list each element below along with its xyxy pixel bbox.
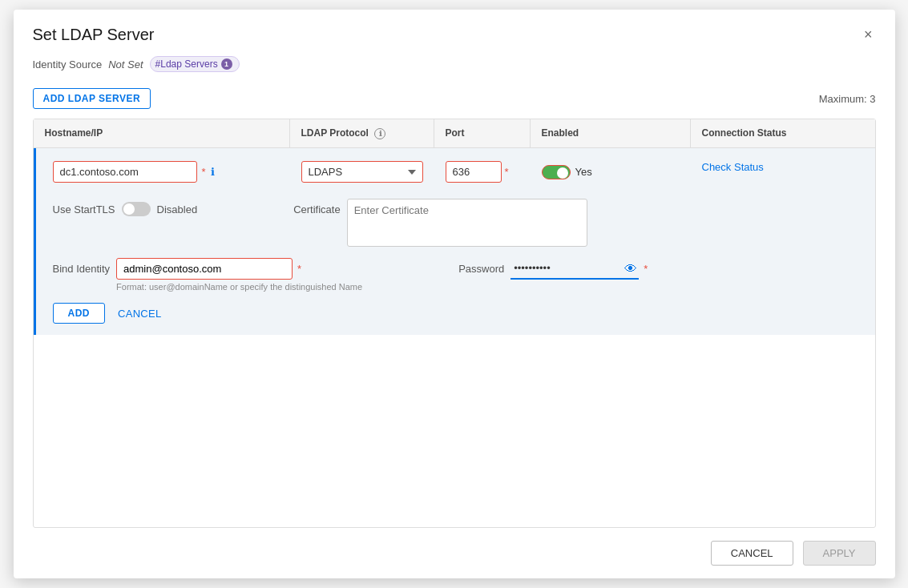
subtitle-not-set: Not Set (108, 58, 143, 70)
password-input[interactable] (510, 258, 639, 280)
toggle-thumb (557, 167, 568, 179)
dialog-header: Set LDAP Server × (14, 10, 895, 53)
tag-label: #Ldap Servers (155, 58, 218, 70)
password-group: Password 👁 * (458, 258, 648, 280)
starttls-toggle[interactable] (122, 202, 151, 216)
enabled-label: Yes (575, 166, 592, 178)
footer-apply-button: APPLY (803, 541, 876, 566)
starttls-group: Use StartTLS Disabled (53, 199, 198, 216)
check-status-link[interactable]: Check Status (702, 156, 764, 173)
bind-identity-label: Bind Identity (53, 258, 111, 275)
protocol-cell: LDAPS LDAP (290, 156, 434, 187)
identity-tag: #Ldap Servers 1 (150, 56, 240, 72)
protocol-select[interactable]: LDAPS LDAP (301, 161, 423, 183)
port-input[interactable] (446, 161, 502, 183)
footer-cancel-button[interactable]: CANCEL (711, 541, 793, 566)
close-button[interactable]: × (861, 24, 876, 45)
bind-required: * (297, 263, 301, 275)
password-label: Password (458, 258, 504, 275)
protocol-info-icon[interactable]: ℹ (374, 128, 385, 139)
th-hostname: Hostname/IP (34, 119, 290, 147)
enabled-toggle[interactable] (542, 165, 571, 179)
th-enabled: Enabled (531, 119, 691, 147)
certificate-group: Certificate (293, 199, 587, 247)
th-port: Port (434, 119, 531, 147)
password-field: 👁 (510, 258, 639, 280)
port-cell: * (434, 156, 531, 187)
starttls-label: Use StartTLS (53, 203, 115, 215)
starttls-status: Disabled (157, 203, 198, 215)
table-row: * ℹ LDAPS LDAP * (34, 148, 875, 195)
th-protocol: LDAP Protocol ℹ (290, 119, 434, 147)
max-label: Maximum: 3 (819, 93, 876, 105)
bind-identity-field: * Format: user@domainName or specify the… (116, 258, 362, 292)
password-required: * (644, 263, 648, 275)
password-eye-icon[interactable]: 👁 (624, 262, 637, 276)
starttls-thumb (123, 203, 135, 215)
form-cancel-button[interactable]: CANCEL (118, 308, 162, 320)
bind-identity-group: Bind Identity * Format: user@domainName … (53, 258, 363, 292)
connection-status-cell: Check Status (691, 156, 875, 187)
bind-hint: Format: user@domainName or specify the d… (116, 282, 362, 292)
enabled-cell: Yes (531, 156, 691, 187)
add-button[interactable]: ADD (53, 303, 106, 324)
th-connection-status: Connection Status (691, 119, 875, 147)
add-ldap-button[interactable]: ADD LDAP SERVER (33, 88, 151, 109)
table-header: Hostname/IP LDAP Protocol ℹ Port Enabled… (34, 119, 875, 148)
dialog-title: Set LDAP Server (33, 26, 155, 44)
tag-count: 1 (221, 58, 232, 70)
toolbar: ADD LDAP SERVER Maximum: 3 (14, 82, 895, 119)
ldap-table: Hostname/IP LDAP Protocol ℹ Port Enabled… (33, 119, 876, 528)
starttls-cert-row: Use StartTLS Disabled Certificate (34, 195, 875, 252)
bind-identity-input[interactable] (116, 258, 293, 280)
subtitle-text: Identity Source (33, 58, 103, 70)
dialog-subtitle: Identity Source Not Set #Ldap Servers 1 (14, 53, 895, 82)
certificate-textarea[interactable] (347, 199, 587, 247)
certificate-label: Certificate (293, 199, 341, 215)
hostname-required: * (202, 166, 206, 178)
form-action-row: ADD CANCEL (34, 296, 875, 335)
hostname-info-icon[interactable]: ℹ (211, 166, 215, 178)
bind-password-row: Bind Identity * Format: user@domainName … (34, 252, 875, 296)
port-required: * (505, 166, 509, 178)
hostname-input[interactable] (53, 161, 197, 183)
hostname-cell: * ℹ (34, 156, 290, 187)
dialog-footer: CANCEL APPLY (14, 528, 895, 578)
set-ldap-dialog: Set LDAP Server × Identity Source Not Se… (14, 10, 895, 578)
